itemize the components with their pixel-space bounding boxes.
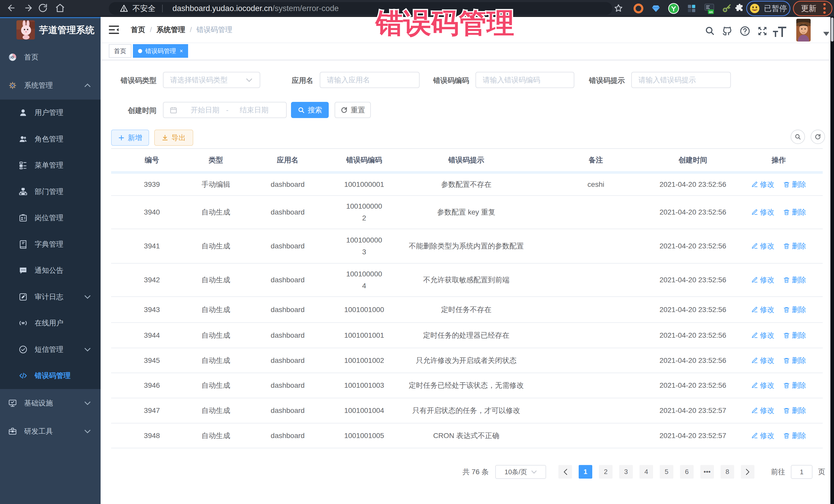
delete-link[interactable]: 删除 bbox=[783, 355, 806, 367]
sidebar-item-错误码管理[interactable]: 错误码管理 bbox=[0, 363, 101, 389]
table-row-3944[interactable]: 3944自动生成dashboard1001001001定时任务的处理器已经存在2… bbox=[111, 323, 823, 348]
page-scrollbar[interactable] bbox=[830, 17, 834, 504]
pager-ellipsis[interactable]: ••• bbox=[700, 465, 714, 479]
extensions-puzzle-icon[interactable] bbox=[734, 3, 745, 14]
delete-link[interactable]: 删除 bbox=[783, 240, 806, 252]
sidebar-logo[interactable]: 芋道管理系统 bbox=[0, 17, 101, 43]
sidebar-item-短信管理[interactable]: 短信管理 bbox=[0, 336, 101, 363]
reset-button[interactable]: 重置 bbox=[335, 102, 371, 118]
sidebar-item-用户管理[interactable]: 用户管理 bbox=[0, 100, 101, 126]
help-icon[interactable] bbox=[740, 26, 750, 37]
edit-link[interactable]: 修改 bbox=[751, 379, 774, 391]
filter-code-input[interactable]: 请输入错误码编码 bbox=[476, 72, 574, 88]
edit-link[interactable]: 修改 bbox=[751, 206, 774, 218]
browser-forward-icon[interactable] bbox=[24, 3, 34, 13]
breadcrumb-home[interactable]: 首页 bbox=[131, 25, 145, 35]
table-row-3943[interactable]: 3943自动生成dashboard1001001000定时任务不存在2021-0… bbox=[111, 297, 823, 323]
delete-link[interactable]: 删除 bbox=[783, 274, 806, 286]
tag-close-icon[interactable]: × bbox=[180, 48, 183, 54]
sidebar-item-研发工具[interactable]: 研发工具 bbox=[0, 417, 101, 445]
pager-next[interactable] bbox=[741, 465, 754, 479]
delete-link[interactable]: 删除 bbox=[783, 304, 806, 316]
table-row-3948[interactable]: 3948自动生成dashboard1001001005CRON 表达式不正确20… bbox=[111, 423, 823, 448]
table-row-3941[interactable]: 3941自动生成dashboard100100000 3不能删除类型为系统内置的… bbox=[111, 229, 823, 264]
edit-link[interactable]: 修改 bbox=[751, 304, 774, 316]
edit-link[interactable]: 修改 bbox=[751, 405, 774, 416]
user-avatar[interactable] bbox=[796, 19, 811, 42]
sidebar-item-岗位管理[interactable]: 岗位管理 bbox=[0, 205, 101, 231]
table-row-3947[interactable]: 3947自动生成dashboard1001001004只有开启状态的任务，才可以… bbox=[111, 398, 823, 423]
add-button[interactable]: 新增 bbox=[111, 130, 149, 146]
not-secure-label[interactable]: 不安全 bbox=[132, 3, 155, 14]
edit-link[interactable]: 修改 bbox=[751, 274, 774, 286]
pager-page-2[interactable]: 2 bbox=[599, 465, 613, 479]
header-search-icon[interactable] bbox=[705, 26, 715, 36]
sidebar-item-字典管理[interactable]: 字典管理 bbox=[0, 231, 101, 258]
browser-back-icon[interactable] bbox=[6, 3, 16, 13]
sidebar-item-部门管理[interactable]: 部门管理 bbox=[0, 179, 101, 205]
browser-reload-icon[interactable] bbox=[38, 3, 48, 13]
user-menu-caret-icon[interactable] bbox=[823, 32, 829, 36]
goto-page-input[interactable]: 1 bbox=[791, 465, 812, 479]
edit-link[interactable]: 修改 bbox=[751, 240, 774, 252]
filter-app-input[interactable]: 请输入应用名 bbox=[320, 72, 420, 88]
search-button[interactable]: 搜索 bbox=[291, 102, 329, 118]
delete-link[interactable]: 删除 bbox=[783, 405, 806, 416]
table-row-3945[interactable]: 3945自动生成dashboard1001001002只允许修改为开启或者关闭状… bbox=[111, 348, 823, 373]
sidebar-item-首页[interactable]: 首页 bbox=[0, 43, 101, 71]
pager-prev[interactable] bbox=[558, 465, 572, 479]
scrollbar-thumb[interactable] bbox=[831, 18, 833, 42]
sidebar-item-角色管理[interactable]: 角色管理 bbox=[0, 126, 101, 152]
delete-link[interactable]: 删除 bbox=[783, 329, 806, 341]
extension-paused-pill[interactable]: 已暂停 bbox=[746, 1, 790, 16]
sidebar-item-基础设施[interactable]: 基础设施 bbox=[0, 389, 101, 417]
page-size-select[interactable]: 10条/页 bbox=[495, 465, 546, 479]
refresh-table-button[interactable] bbox=[811, 130, 825, 144]
export-button[interactable]: 导出 bbox=[154, 130, 193, 146]
extension-gem-icon[interactable] bbox=[651, 4, 660, 13]
extension-switch-icon[interactable]: on bbox=[704, 3, 715, 15]
browser-update-button[interactable]: 更新 bbox=[793, 1, 832, 16]
filter-hint-input[interactable]: 请输入错误码提示 bbox=[631, 72, 731, 88]
extension-grid-icon[interactable] bbox=[687, 4, 697, 13]
browser-home-icon[interactable] bbox=[55, 3, 65, 13]
sidebar-item-菜单管理[interactable]: 菜单管理 bbox=[0, 152, 101, 179]
sidebar-item-通知公告[interactable]: 通知公告 bbox=[0, 257, 101, 284]
edit-link[interactable]: 修改 bbox=[751, 355, 774, 367]
browser-menu-dots-icon[interactable] bbox=[823, 3, 826, 14]
delete-link[interactable]: 删除 bbox=[783, 430, 806, 442]
table-row-3939[interactable]: 3939手动编辑dashboard1001000001参数配置不存在ceshi2… bbox=[111, 174, 823, 196]
filter-daterange-input[interactable]: 开始日期 - 结束日期 bbox=[163, 102, 287, 118]
sidebar-toggle-icon[interactable] bbox=[109, 25, 119, 35]
pager-page-4[interactable]: 4 bbox=[639, 465, 653, 479]
table-row-3942[interactable]: 3942自动生成dashboard100100000 4不允许获取敏感配置到前端… bbox=[111, 264, 823, 297]
edit-link[interactable]: 修改 bbox=[751, 329, 774, 341]
pager-page-5[interactable]: 5 bbox=[660, 465, 673, 479]
extension-key-icon[interactable] bbox=[722, 3, 732, 13]
edit-link[interactable]: 修改 bbox=[751, 179, 774, 191]
github-icon[interactable] bbox=[722, 26, 733, 37]
table-row-3946[interactable]: 3946自动生成dashboard1001001003定时任务已经处于该状态，无… bbox=[111, 373, 823, 398]
breadcrumb-system[interactable]: 系统管理 bbox=[156, 25, 185, 35]
filter-type-select[interactable]: 请选择错误码类型 bbox=[163, 72, 260, 88]
sidebar-item-系统管理[interactable]: 系统管理 bbox=[0, 71, 101, 100]
text-size-icon[interactable] bbox=[773, 27, 786, 37]
delete-link[interactable]: 删除 bbox=[783, 206, 806, 218]
address-bar[interactable]: 不安全 dashboard.yudao.iocoder.cn/system/er… bbox=[109, 2, 612, 15]
delete-link[interactable]: 删除 bbox=[783, 179, 806, 191]
extension-orange-icon[interactable] bbox=[633, 3, 643, 14]
pager-page-8[interactable]: 8 bbox=[721, 465, 734, 479]
pager-page-3[interactable]: 3 bbox=[619, 465, 633, 479]
fullscreen-icon[interactable] bbox=[757, 26, 768, 37]
tag-home[interactable]: 首页 bbox=[109, 44, 131, 58]
table-row-3940[interactable]: 3940自动生成dashboard100100000 2参数配置 key 重复2… bbox=[111, 196, 823, 229]
bookmark-star-icon[interactable] bbox=[614, 4, 623, 13]
edit-link[interactable]: 修改 bbox=[751, 430, 774, 442]
delete-link[interactable]: 删除 bbox=[783, 379, 806, 391]
url-host[interactable]: dashboard.yudao.iocoder.cn bbox=[172, 4, 272, 13]
hide-search-button[interactable] bbox=[791, 130, 805, 144]
sidebar-item-在线用户[interactable]: 在线用户 bbox=[0, 310, 101, 336]
tag-error-code[interactable]: 错误码管理 × bbox=[133, 44, 188, 58]
sidebar-item-审计日志[interactable]: 审计日志 bbox=[0, 284, 101, 310]
pager-page-1[interactable]: 1 bbox=[579, 465, 592, 479]
